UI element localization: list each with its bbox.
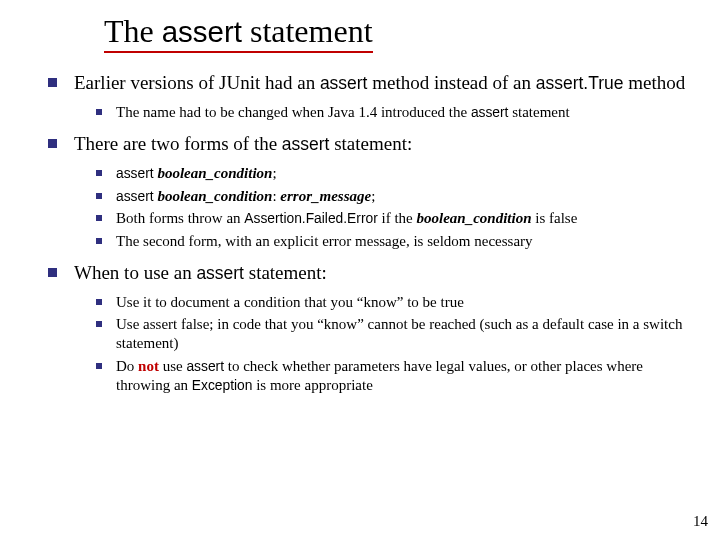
title-underline: The assert statement	[104, 12, 373, 53]
code: Exception	[192, 378, 253, 393]
code: Assertion.Failed.Error	[244, 211, 377, 226]
sub-bullet: Use it to document a condition that you …	[96, 293, 690, 312]
bullet-3: When to use an assert statement: Use it …	[48, 261, 690, 395]
sub-bullet: The second form, with an explicit error …	[96, 232, 690, 251]
code: assert	[282, 134, 330, 154]
text: statement:	[329, 133, 412, 154]
text: Use assert false; in code that you “know…	[116, 316, 682, 351]
text: The second form, with an explicit error …	[116, 233, 533, 249]
param: error_message	[280, 188, 371, 204]
code: assert	[320, 73, 368, 93]
text: statement	[508, 104, 569, 120]
code: assert.True	[536, 73, 624, 93]
text: Both forms throw an	[116, 210, 244, 226]
code: assert	[186, 359, 224, 374]
sub-bullet: Do not use assert to check whether param…	[96, 357, 690, 395]
slide: The assert statement Earlier versions of…	[0, 0, 720, 540]
text: ;	[371, 188, 375, 204]
sub-bullet: Both forms throw an Assertion.Failed.Err…	[96, 209, 690, 228]
title-keyword: assert	[162, 15, 242, 48]
code: assert	[196, 263, 244, 283]
code: assert	[116, 166, 157, 181]
title-post: statement	[242, 13, 373, 49]
page-number: 14	[693, 513, 708, 530]
text: There are two forms of the	[74, 133, 282, 154]
bullet-1: Earlier versions of JUnit had an assert …	[48, 71, 690, 122]
sub-list: The name had to be changed when Java 1.4…	[74, 103, 690, 122]
sub-bullet: Use assert false; in code that you “know…	[96, 315, 690, 353]
sub-list: Use it to document a condition that you …	[74, 293, 690, 395]
bullet-2: There are two forms of the assert statem…	[48, 132, 690, 251]
text: ;	[272, 165, 276, 181]
param: boolean_condition	[157, 165, 272, 181]
text: Do	[116, 358, 138, 374]
slide-title: The assert statement	[104, 12, 690, 53]
text: method instead of an	[367, 72, 535, 93]
sub-bullet: assert boolean_condition;	[96, 164, 690, 183]
text: use	[159, 358, 187, 374]
text: is false	[532, 210, 578, 226]
text: Earlier versions of JUnit had an	[74, 72, 320, 93]
emphasis-not: not	[138, 358, 159, 374]
title-pre: The	[104, 13, 162, 49]
param: boolean_condition	[417, 210, 532, 226]
sub-bullet: assert boolean_condition: error_message;	[96, 187, 690, 206]
text: if the	[378, 210, 417, 226]
param: boolean_condition	[157, 188, 272, 204]
text: Use it to document a condition that you …	[116, 294, 464, 310]
sub-bullet: The name had to be changed when Java 1.4…	[96, 103, 690, 122]
code: assert	[116, 189, 157, 204]
text: When to use an	[74, 262, 196, 283]
text: method	[624, 72, 686, 93]
text: statement:	[244, 262, 327, 283]
text: The name had to be changed when Java 1.4…	[116, 104, 471, 120]
sub-list: assert boolean_condition; assert boolean…	[74, 164, 690, 251]
bullet-list: Earlier versions of JUnit had an assert …	[48, 71, 690, 394]
code: assert	[471, 105, 509, 120]
slide-body: Earlier versions of JUnit had an assert …	[48, 71, 690, 394]
text: is more appropriate	[252, 377, 372, 393]
